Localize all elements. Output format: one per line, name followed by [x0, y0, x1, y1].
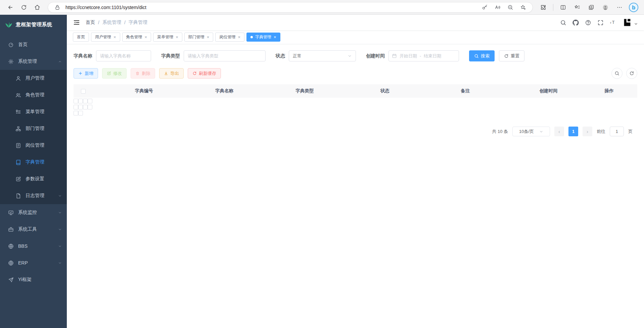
user-menu[interactable]: [622, 17, 638, 28]
tab-用户管理[interactable]: 用户管理×: [91, 33, 120, 42]
favorites-bar-icon[interactable]: [571, 2, 583, 13]
tab-label: 首页: [77, 34, 85, 40]
sidebar-item-dict[interactable]: 字典管理: [0, 154, 67, 171]
dict-name-input[interactable]: 请输入字典名称: [96, 50, 151, 61]
lock-icon: [53, 3, 62, 12]
tab-部门管理[interactable]: 部门管理×: [184, 33, 214, 42]
tab-角色管理[interactable]: 角色管理×: [122, 33, 151, 42]
sidebar-item-role[interactable]: 角色管理: [0, 87, 67, 103]
dict-type-input[interactable]: 请输入字典类型: [184, 50, 266, 61]
refresh-circle-button[interactable]: [626, 68, 637, 79]
url-text[interactable]: https://ccnetcore.com:1101/system/dict: [65, 5, 477, 10]
reset-button[interactable]: 重置: [499, 50, 524, 61]
reload-icon[interactable]: [18, 2, 30, 13]
sidebar-item-monitor[interactable]: 系统监控: [0, 204, 67, 221]
select-all-checkbox[interactable]: [81, 89, 86, 94]
search-circle-button[interactable]: [611, 68, 623, 79]
sidebar-item-tools[interactable]: 系统工具: [0, 221, 67, 238]
search-icon[interactable]: [560, 19, 566, 26]
refresh-cache-button[interactable]: 刷新缓存: [188, 68, 221, 79]
row-checkbox[interactable]: [83, 99, 88, 103]
breadcrumb-system[interactable]: 系统管理: [102, 19, 121, 26]
font-size-icon[interactable]: тT: [610, 19, 616, 26]
row-checkbox[interactable]: [83, 105, 88, 109]
topbar-actions: тT: [560, 17, 638, 28]
total-count: 共 10 条: [492, 129, 508, 135]
search-button[interactable]: 搜索: [469, 50, 495, 61]
sidebar-item-dept[interactable]: 部门管理: [0, 120, 67, 137]
breadcrumb-home[interactable]: 首页: [86, 19, 95, 26]
delete-button[interactable]: 删除: [131, 68, 155, 79]
more-icon[interactable]: [614, 2, 625, 13]
favorite-star-icon[interactable]: [518, 3, 528, 12]
address-bar[interactable]: https://ccnetcore.com:1101/system/dict: [48, 2, 533, 13]
sidebar-item-erp[interactable]: ERP: [0, 254, 67, 271]
row-checkbox[interactable]: [78, 99, 83, 103]
extensions-icon[interactable]: [538, 2, 549, 13]
sidebar-submenu: 用户管理角色管理菜单管理部门管理岗位管理字典管理参数设置日志管理: [0, 70, 67, 204]
close-icon[interactable]: ×: [176, 35, 178, 39]
github-icon[interactable]: [572, 19, 579, 26]
home-icon[interactable]: [32, 2, 43, 13]
user-avatar[interactable]: [622, 17, 632, 28]
tab-菜单管理[interactable]: 菜单管理×: [153, 33, 182, 42]
date-range-picker[interactable]: 开始日期 - 结束日期: [388, 50, 459, 61]
tab-首页[interactable]: 首页: [73, 33, 89, 42]
sidebar-item-post[interactable]: 岗位管理: [0, 137, 67, 154]
row-checkbox[interactable]: [88, 99, 92, 103]
browser-actions: b: [538, 2, 639, 13]
close-icon[interactable]: ×: [113, 35, 116, 39]
add-button-label: 新增: [85, 71, 93, 77]
date-end-placeholder: 结束日期: [424, 53, 441, 59]
back-icon[interactable]: [5, 2, 16, 13]
sidebar-item-log[interactable]: 日志管理: [0, 187, 67, 204]
bing-chat-icon[interactable]: b: [628, 2, 639, 13]
export-button[interactable]: 导出: [159, 68, 184, 79]
sidebar-item-user[interactable]: 用户管理: [0, 70, 67, 87]
dict-type-placeholder: 请输入字典类型: [188, 53, 218, 59]
date-start-placeholder: 开始日期: [400, 53, 417, 59]
row-checkbox[interactable]: [78, 111, 83, 115]
col-dict-name: 字典名称: [195, 84, 254, 98]
chevron-down-icon: [348, 54, 352, 58]
collections-icon[interactable]: [586, 2, 597, 13]
status-select[interactable]: 正常: [289, 50, 356, 61]
password-key-icon[interactable]: [480, 3, 490, 12]
close-icon[interactable]: ×: [274, 35, 276, 39]
edit-button[interactable]: 修改: [102, 68, 127, 79]
sidebar-item-label: 角色管理: [26, 92, 44, 98]
goto-page-input[interactable]: 1: [610, 127, 624, 136]
fullscreen-icon[interactable]: [597, 19, 604, 26]
sidebar-item-yi[interactable]: Yi框架: [0, 271, 67, 288]
breadcrumb-current: 字典管理: [129, 19, 147, 26]
row-checkbox[interactable]: [74, 105, 78, 109]
tab-岗位管理[interactable]: 岗位管理×: [215, 33, 244, 42]
sidebar-item-home[interactable]: 首页: [0, 36, 67, 53]
split-screen-icon[interactable]: [557, 2, 569, 13]
chevron-down-icon: [58, 244, 62, 248]
row-checkbox[interactable]: [74, 111, 78, 115]
row-checkbox[interactable]: [74, 99, 78, 103]
sidebar-item-bbs[interactable]: BBS: [0, 238, 67, 254]
row-checkbox[interactable]: [88, 105, 92, 109]
tab-字典管理[interactable]: 字典管理×: [246, 33, 280, 42]
sidebar-item-config[interactable]: 参数设置: [0, 171, 67, 187]
prev-page-button[interactable]: ‹: [554, 127, 564, 136]
add-button[interactable]: 新增: [74, 68, 98, 79]
zoom-out-icon[interactable]: [506, 3, 515, 12]
close-icon[interactable]: ×: [207, 35, 210, 39]
sidebar-item-system[interactable]: 系统管理: [0, 53, 67, 70]
close-icon[interactable]: ×: [238, 35, 240, 39]
chevron-down-icon: [58, 210, 62, 215]
help-icon[interactable]: [585, 19, 591, 26]
next-page-button[interactable]: ›: [583, 127, 592, 136]
sidebar-item-menu[interactable]: 菜单管理: [0, 103, 67, 120]
read-aloud-icon[interactable]: [493, 3, 502, 12]
status-select-value: 正常: [293, 53, 302, 59]
profile-avatar[interactable]: [600, 2, 611, 13]
row-checkbox[interactable]: [78, 105, 83, 109]
page-1-button[interactable]: 1: [568, 127, 578, 136]
close-icon[interactable]: ×: [145, 35, 147, 39]
sidebar-collapse-icon[interactable]: [73, 19, 80, 26]
page-size-select[interactable]: 10条/页: [512, 127, 550, 136]
